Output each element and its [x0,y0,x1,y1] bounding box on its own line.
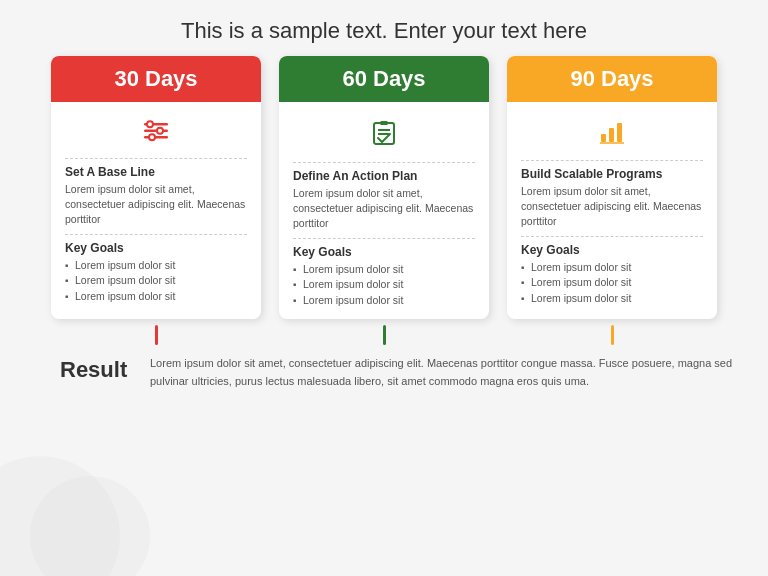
list-item: Lorem ipsum dolor sit [521,260,703,276]
svg-rect-11 [609,128,614,142]
card-body-90days: Build Scalable ProgramsLorem ipsum dolor… [507,102,717,317]
svg-rect-12 [617,123,622,142]
card-section-text-60days: Lorem ipsum dolor sit amet, consectetuer… [293,186,475,232]
list-item: Lorem ipsum dolor sit [65,258,247,274]
card-90days: 90 Days Build Scalable ProgramsLorem ips… [507,56,717,319]
card-body-60days: Define An Action PlanLorem ipsum dolor s… [279,102,489,319]
svg-rect-10 [601,134,606,142]
list-item: Lorem ipsum dolor sit [293,293,475,309]
card-icon-90days [521,112,703,154]
card-30days: 30 Days Set A Base LineLorem ipsum dolor… [51,56,261,319]
timeline-item-90days [507,325,717,345]
card-header-90days: 90 Days [507,56,717,102]
svg-point-3 [147,121,153,127]
card-header-30days: 30 Days [51,56,261,102]
result-label: Result [60,355,130,383]
card-section-text-90days: Lorem ipsum dolor sit amet, consectetuer… [521,184,703,230]
timeline-row [0,319,768,345]
timeline-item-60days [279,325,489,345]
result-section: Result Lorem ipsum dolor sit amet, conse… [0,345,768,390]
list-item: Lorem ipsum dolor sit [521,291,703,307]
card-icon-60days [293,112,475,156]
page-title: This is a sample text. Enter your text h… [0,0,768,56]
card-goals-list-30days: Lorem ipsum dolor sitLorem ipsum dolor s… [65,258,247,305]
svg-point-5 [149,134,155,140]
card-goals-title-60days: Key Goals [293,245,475,259]
svg-point-4 [157,128,163,134]
card-goals-list-90days: Lorem ipsum dolor sitLorem ipsum dolor s… [521,260,703,307]
card-goals-title-90days: Key Goals [521,243,703,257]
list-item: Lorem ipsum dolor sit [293,262,475,278]
cards-container: 30 Days Set A Base LineLorem ipsum dolor… [0,56,768,319]
card-goals-list-60days: Lorem ipsum dolor sitLorem ipsum dolor s… [293,262,475,309]
card-section-title-60days: Define An Action Plan [293,169,475,183]
card-60days: 60 Days Define An Action PlanLorem ipsum… [279,56,489,319]
card-section-text-30days: Lorem ipsum dolor sit amet, consectetuer… [65,182,247,228]
timeline-line-60days [383,325,386,345]
timeline-item-30days [51,325,261,345]
list-item: Lorem ipsum dolor sit [521,275,703,291]
card-body-30days: Set A Base LineLorem ipsum dolor sit ame… [51,102,261,315]
list-item: Lorem ipsum dolor sit [65,289,247,305]
timeline-line-30days [155,325,158,345]
list-item: Lorem ipsum dolor sit [293,277,475,293]
card-section-title-30days: Set A Base Line [65,165,247,179]
timeline-line-90days [611,325,614,345]
result-text: Lorem ipsum dolor sit amet, consectetuer… [150,355,738,390]
card-goals-title-30days: Key Goals [65,241,247,255]
card-icon-30days [65,112,247,152]
svg-rect-7 [380,121,388,125]
card-header-60days: 60 Days [279,56,489,102]
card-section-title-90days: Build Scalable Programs [521,167,703,181]
list-item: Lorem ipsum dolor sit [65,273,247,289]
